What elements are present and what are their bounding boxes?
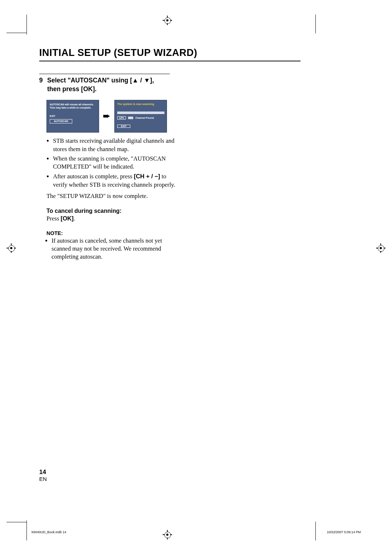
cancel-press-prefix: Press — [46, 215, 61, 222]
imprint-datetime: 10/22/2007 5:09:14 PM — [327, 530, 361, 534]
osd2-status-row: 12% Channel Found — [117, 116, 164, 119]
page-number-block: 14 EN — [39, 469, 47, 482]
wizard-complete-text: The "SETUP WIZARD" is now complete. — [46, 193, 170, 200]
crop-hairline-bottom-right — [315, 522, 316, 540]
registration-mark-bottom — [163, 531, 171, 539]
osd2-exit-option: EXIT — [117, 125, 130, 128]
bullet3-prefix: After autoscan is complete, press — [53, 173, 134, 180]
cancel-heading: To cancel during scanning: — [46, 208, 173, 214]
page: INITIAL SETUP (SETUP WIZARD) 9 Select "A… — [0, 0, 392, 555]
note-list: If autoscan is canceled, some channels n… — [46, 237, 175, 261]
registration-mark-right — [377, 244, 385, 252]
osd2-progress-bar — [117, 112, 164, 114]
step-heading: 9 Select "AUTOSCAN" using [▲ / ▼], then … — [39, 76, 173, 93]
osd2-mini-bar — [128, 117, 133, 119]
crop-mark-top-left — [7, 28, 28, 50]
osd2-title: The system is now scanning — [117, 102, 164, 106]
step-text-suffix: ], — [150, 77, 154, 84]
cancel-press-key: [OK] — [61, 215, 74, 222]
left-column: 9 Select "AUTOSCAN" using [▲ / ▼], then … — [39, 74, 173, 261]
arrow-down-icon: ▼ — [144, 77, 150, 84]
crop-mark-bottom-left — [7, 505, 28, 527]
section-rule — [39, 74, 170, 74]
step-details-list: STB starts receiving available digital c… — [46, 137, 176, 189]
list-item: STB starts receiving available digital c… — [53, 137, 176, 153]
step-text: Select "AUTOSCAN" using [▲ / ▼], then pr… — [47, 76, 173, 93]
osd1-message-line2: This may take a while to complete. — [50, 106, 96, 110]
osd2-channel-found-label: Channel Found — [135, 117, 154, 119]
page-title: INITIAL SETUP (SETUP WIZARD) — [39, 47, 301, 61]
imprint-file: X6040UD_Book.indb 14 — [31, 530, 66, 534]
osd2-percent-box: 12% — [117, 116, 126, 119]
bullet3-key-label: [CH + / −] — [134, 173, 160, 179]
osd1-message-line1: AUTOSCAN will rescan all channels. — [50, 103, 96, 106]
note-heading: NOTE: — [46, 230, 173, 236]
crop-hairline-top-right — [315, 15, 316, 33]
list-item: When the scanning is complete, "AUTOSCAN… — [53, 155, 176, 171]
osd1-exit-label: EXIT — [50, 115, 96, 118]
list-item: After autoscan is complete, press [CH + … — [53, 172, 176, 189]
registration-mark-left — [7, 244, 15, 252]
registration-mark-top — [163, 16, 171, 24]
arrow-up-icon: ▲ — [132, 77, 138, 84]
arrow-sep: / — [138, 77, 144, 84]
step-text-prefix: Select "AUTOSCAN" using [ — [47, 77, 132, 84]
page-language: EN — [39, 476, 47, 482]
content-area: INITIAL SETUP (SETUP WIZARD) 9 Select "A… — [39, 47, 301, 261]
list-item: If autoscan is canceled, some channels n… — [52, 237, 175, 261]
cancel-press-suffix: . — [74, 215, 75, 222]
cancel-instruction: Press [OK]. — [46, 215, 173, 222]
osd-screens-row: AUTOSCAN will rescan all channels. This … — [46, 100, 173, 133]
step-number: 9 — [39, 76, 47, 93]
osd1-autoscan-option: AUTOSCAN — [50, 119, 72, 124]
osd-screen-autoscan-prompt: AUTOSCAN will rescan all channels. This … — [46, 100, 99, 133]
step-text-line2: then press [OK]. — [47, 85, 97, 93]
flow-arrow-icon: ➨ — [103, 112, 111, 121]
osd-screen-scanning-progress: The system is now scanning 12% Channel F… — [114, 100, 167, 133]
page-number: 14 — [39, 469, 47, 476]
